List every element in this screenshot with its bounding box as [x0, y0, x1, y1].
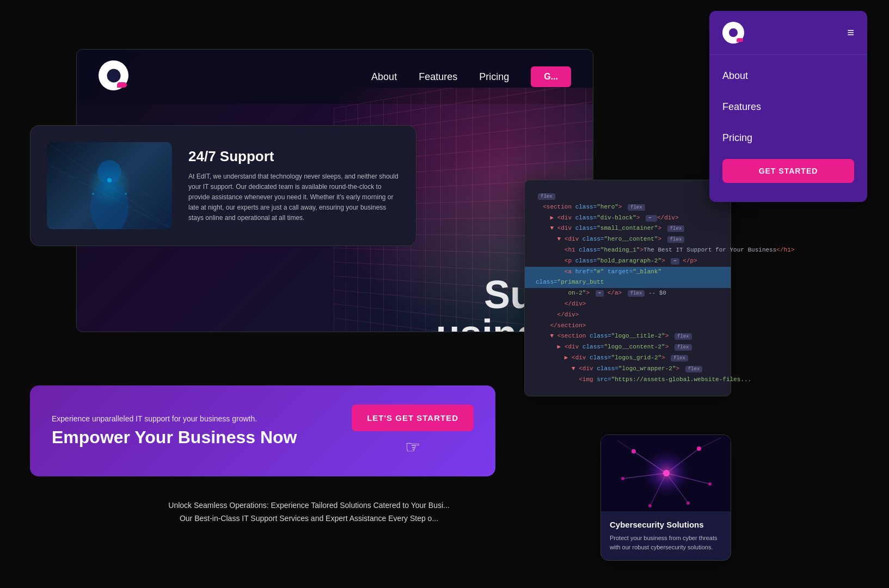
code-line-9: on-2"> ➡ </a> flex -- $0	[536, 288, 720, 299]
svg-point-21	[621, 477, 624, 480]
svg-point-19	[632, 449, 636, 454]
code-line-4: ▼ <div class="small_container"> flex	[536, 223, 720, 234]
nav-about[interactable]: About	[371, 71, 397, 83]
svg-point-18	[663, 470, 670, 476]
code-line-15: ▶ <div class="logos_grid-2"> flex	[536, 353, 720, 364]
cyber-card-description: Protect your business from cyber threats…	[610, 534, 722, 552]
mobile-nav-panel: ≡ About Features Pricing GET STARTED	[709, 11, 867, 202]
cta-button-wrapper: LET'S GET STARTED ☞	[352, 405, 474, 457]
cyber-card: Cybersecurity Solutions Protect your bus…	[600, 434, 731, 561]
cta-title: Empower Your Business Now	[52, 427, 297, 448]
svg-point-5	[107, 178, 112, 182]
hero-subtitle-line1: Unlock Seamless Operations: Experience T…	[76, 499, 542, 512]
mobile-nav-pricing[interactable]: Pricing	[709, 122, 867, 154]
nav-get-started-button[interactable]: G...	[531, 66, 571, 87]
nav-features[interactable]: Features	[419, 71, 457, 83]
nav-pricing[interactable]: Pricing	[479, 71, 509, 83]
hero-subtitle-line2: Our Best-in-Class IT Support Services an…	[76, 512, 542, 525]
cta-subtitle: Experience unparalleled IT support for y…	[52, 414, 297, 423]
code-line-5: ▼ <div class="hero__content"> flex	[536, 234, 720, 245]
code-line-11: </div>	[536, 310, 720, 321]
code-line-3: ▶ <div class="div-block"> ➡ </div>	[536, 213, 720, 224]
cyber-card-title: Cybersecurity Solutions	[610, 520, 722, 529]
mobile-nav-about[interactable]: About	[709, 60, 867, 91]
support-image	[47, 142, 172, 229]
code-line-13: ▼ <section class="logo__title-2"> flex	[536, 331, 720, 342]
code-line-2: <section class="hero"> flex	[536, 202, 720, 213]
mobile-get-started-button[interactable]: GET STARTED	[722, 159, 854, 183]
svg-point-6	[92, 193, 94, 195]
code-line-10: </div>	[536, 299, 720, 310]
hamburger-icon[interactable]: ≡	[847, 26, 854, 40]
cursor-hand-icon: ☞	[405, 437, 421, 457]
code-selected-line: <a href="#" target="_blank" class="prima…	[525, 267, 731, 289]
code-panel: flex <section class="hero"> flex ▶ <div …	[524, 180, 731, 396]
support-description: At EdIT, we understand that technology n…	[188, 171, 400, 224]
code-line-12: </section>	[536, 321, 720, 332]
svg-point-23	[648, 504, 652, 507]
svg-point-7	[125, 193, 127, 195]
cyber-card-image	[601, 435, 731, 511]
mobile-nav-items: About Features Pricing GET STARTED	[709, 55, 867, 197]
svg-point-22	[708, 482, 712, 486]
code-line-7: <p class="bold_paragraph-2"> ➡ </p>	[536, 256, 720, 267]
svg-point-20	[697, 446, 701, 451]
hero-subtitle-strip: Unlock Seamless Operations: Experience T…	[76, 499, 542, 525]
cta-banner: Experience unparalleled IT support for y…	[30, 385, 495, 476]
nav-links: About Features Pricing G...	[371, 66, 571, 87]
code-line-16: ▼ <div class="logo_wrapper-2"> flex	[536, 364, 720, 375]
mobile-logo	[722, 22, 744, 44]
svg-point-0	[90, 180, 128, 229]
code-line-14: ▶ <div class="logo__content-2"> flex	[536, 342, 720, 353]
support-content: 24/7 Support At EdIT, we understand that…	[188, 148, 400, 224]
cta-text-group: Experience unparalleled IT support for y…	[52, 414, 297, 448]
code-line-17: <img src="https://assets-global.website-…	[536, 375, 720, 385]
cyber-card-content: Cybersecurity Solutions Protect your bus…	[601, 511, 731, 560]
svg-point-24	[686, 501, 690, 505]
mobile-nav-header: ≡	[709, 22, 867, 55]
code-line-6: <h1 class="heading_1">The Best IT Suppor…	[536, 245, 720, 256]
code-line-1: flex	[536, 191, 720, 202]
lets-get-started-button[interactable]: LET'S GET STARTED	[352, 405, 474, 431]
mobile-nav-features[interactable]: Features	[709, 91, 867, 122]
support-card: 24/7 Support At EdIT, we understand that…	[30, 125, 416, 246]
support-title: 24/7 Support	[188, 148, 400, 165]
